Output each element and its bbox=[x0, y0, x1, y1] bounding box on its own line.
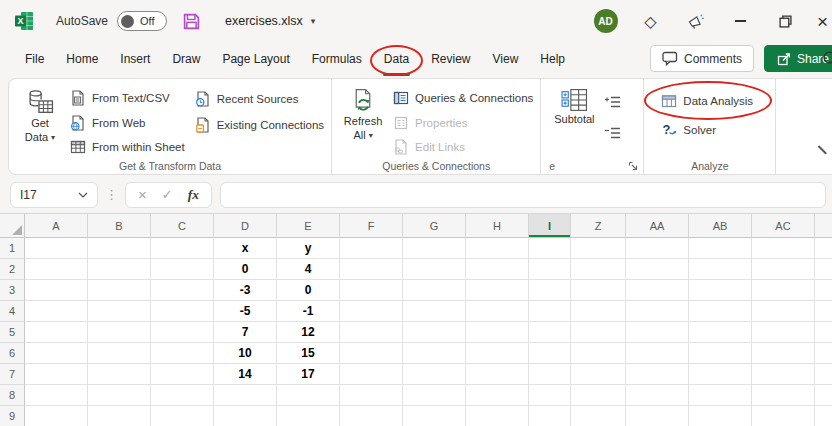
group-button[interactable] bbox=[601, 90, 625, 113]
cell-AC2[interactable] bbox=[752, 259, 815, 280]
column-header-H[interactable]: H bbox=[466, 214, 529, 238]
cell-AB9[interactable] bbox=[689, 406, 752, 426]
cell-F4[interactable] bbox=[340, 301, 403, 322]
cell-AB1[interactable] bbox=[689, 238, 752, 259]
close-button[interactable]: × bbox=[808, 0, 832, 42]
cell-D6[interactable]: 10 bbox=[214, 343, 277, 364]
cell-partial1[interactable] bbox=[815, 238, 832, 259]
column-header-AA[interactable]: AA bbox=[626, 214, 689, 238]
cell-B1[interactable] bbox=[88, 238, 151, 259]
cell-AA9[interactable] bbox=[626, 406, 689, 426]
cell-C2[interactable] bbox=[151, 259, 214, 280]
existing-connections-button[interactable]: Existing Connections bbox=[190, 113, 329, 136]
enter-check-icon[interactable]: ✓ bbox=[162, 188, 173, 201]
cell-B6[interactable] bbox=[88, 343, 151, 364]
tab-page-layout[interactable]: Page Layout bbox=[211, 42, 300, 76]
cell-H6[interactable] bbox=[466, 343, 529, 364]
comments-button[interactable]: Comments bbox=[650, 45, 754, 72]
cell-G4[interactable] bbox=[403, 301, 466, 322]
cell-partial6[interactable] bbox=[815, 343, 832, 364]
cell-F2[interactable] bbox=[340, 259, 403, 280]
cell-AC8[interactable] bbox=[752, 385, 815, 406]
cell-G7[interactable] bbox=[403, 364, 466, 385]
premium-diamond-button[interactable]: ◇ bbox=[628, 0, 673, 42]
search-button[interactable] bbox=[822, 50, 832, 67]
cell-AB2[interactable] bbox=[689, 259, 752, 280]
cell-G3[interactable] bbox=[403, 280, 466, 301]
get-data-button[interactable]: Get Data▾ bbox=[15, 86, 65, 158]
cell-AA3[interactable] bbox=[626, 280, 689, 301]
cell-E9[interactable] bbox=[277, 406, 340, 426]
cell-A5[interactable] bbox=[25, 322, 88, 343]
cell-Z4[interactable] bbox=[571, 301, 626, 322]
minimize-button[interactable] bbox=[718, 0, 763, 42]
cell-H3[interactable] bbox=[466, 280, 529, 301]
recent-sources-button[interactable]: Recent Sources bbox=[190, 87, 329, 110]
cell-B8[interactable] bbox=[88, 385, 151, 406]
cell-F6[interactable] bbox=[340, 343, 403, 364]
cell-D9[interactable] bbox=[214, 406, 277, 426]
autosave-toggle[interactable]: Off bbox=[117, 11, 167, 31]
tab-view[interactable]: View bbox=[482, 42, 530, 76]
cell-partial8[interactable] bbox=[815, 385, 832, 406]
cell-G9[interactable] bbox=[403, 406, 466, 426]
cell-I6[interactable] bbox=[529, 343, 571, 364]
cell-A6[interactable] bbox=[25, 343, 88, 364]
name-box[interactable]: I17 bbox=[10, 182, 98, 208]
cell-H8[interactable] bbox=[466, 385, 529, 406]
cell-I8[interactable] bbox=[529, 385, 571, 406]
cell-partial3[interactable] bbox=[815, 280, 832, 301]
cell-I2[interactable] bbox=[529, 259, 571, 280]
cell-E2[interactable]: 4 bbox=[277, 259, 340, 280]
row-header-3[interactable]: 3 bbox=[0, 280, 25, 301]
cell-D5[interactable]: 7 bbox=[214, 322, 277, 343]
column-header-A[interactable]: A bbox=[25, 214, 88, 238]
cell-D4[interactable]: -5 bbox=[214, 301, 277, 322]
cell-AB8[interactable] bbox=[689, 385, 752, 406]
cell-I9[interactable] bbox=[529, 406, 571, 426]
cancel-icon[interactable]: × bbox=[138, 187, 147, 202]
column-header-I[interactable]: I bbox=[529, 214, 571, 238]
cell-B5[interactable] bbox=[88, 322, 151, 343]
cell-A9[interactable] bbox=[25, 406, 88, 426]
tab-insert[interactable]: Insert bbox=[109, 42, 161, 76]
cell-Z5[interactable] bbox=[571, 322, 626, 343]
column-header-D[interactable]: D bbox=[214, 214, 277, 238]
tab-draw[interactable]: Draw bbox=[161, 42, 211, 76]
cell-B7[interactable] bbox=[88, 364, 151, 385]
row-header-2[interactable]: 2 bbox=[0, 259, 25, 280]
cell-Z9[interactable] bbox=[571, 406, 626, 426]
cell-F3[interactable] bbox=[340, 280, 403, 301]
cell-Z7[interactable] bbox=[571, 364, 626, 385]
cell-I3[interactable] bbox=[529, 280, 571, 301]
cell-AC9[interactable] bbox=[752, 406, 815, 426]
subtotal-button[interactable]: Subtotal bbox=[547, 86, 601, 158]
cell-E3[interactable]: 0 bbox=[277, 280, 340, 301]
cell-A8[interactable] bbox=[25, 385, 88, 406]
cell-AC4[interactable] bbox=[752, 301, 815, 322]
row-header-5[interactable]: 5 bbox=[0, 322, 25, 343]
cell-AA1[interactable] bbox=[626, 238, 689, 259]
cell-E4[interactable]: -1 bbox=[277, 301, 340, 322]
from-text-csv-button[interactable]: From Text/CSV bbox=[65, 87, 190, 109]
column-header-E[interactable]: E bbox=[277, 214, 340, 238]
column-header-G[interactable]: G bbox=[403, 214, 466, 238]
column-header-F[interactable]: F bbox=[340, 214, 403, 238]
cell-AC1[interactable] bbox=[752, 238, 815, 259]
ungroup-button[interactable] bbox=[601, 121, 625, 144]
cell-G5[interactable] bbox=[403, 322, 466, 343]
row-header-6[interactable]: 6 bbox=[0, 343, 25, 364]
refresh-all-button[interactable]: Refresh All▾ bbox=[338, 86, 388, 158]
cell-I1[interactable] bbox=[529, 238, 571, 259]
row-header-9[interactable]: 9 bbox=[0, 406, 25, 426]
cell-F8[interactable] bbox=[340, 385, 403, 406]
cell-AA8[interactable] bbox=[626, 385, 689, 406]
account-avatar[interactable]: AD bbox=[583, 0, 628, 42]
cell-AC5[interactable] bbox=[752, 322, 815, 343]
cell-E6[interactable]: 15 bbox=[277, 343, 340, 364]
row-header-4[interactable]: 4 bbox=[0, 301, 25, 322]
solver-button[interactable]: ? Solver bbox=[656, 118, 758, 141]
cell-I4[interactable] bbox=[529, 301, 571, 322]
cell-Z3[interactable] bbox=[571, 280, 626, 301]
cell-G8[interactable] bbox=[403, 385, 466, 406]
